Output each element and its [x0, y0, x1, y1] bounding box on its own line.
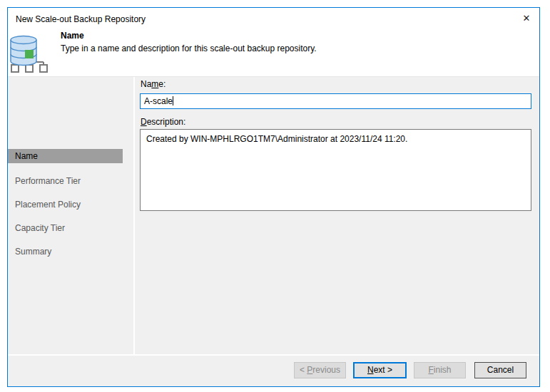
sidebar-item-performance-tier[interactable]: Performance Tier [8, 174, 123, 188]
window-title: New Scale-out Backup Repository [16, 14, 146, 24]
scale-out-repository-icon [10, 35, 49, 73]
sidebar-content-divider [133, 77, 135, 354]
wizard-steps-sidebar: Name Performance Tier Placement Policy C… [8, 77, 133, 386]
description-textarea[interactable]: Created by WIN-MPHLRGO1TM7\Administrator… [140, 129, 531, 211]
sidebar-item-summary[interactable]: Summary [8, 244, 123, 259]
description-label: Description: [141, 117, 185, 127]
text-caret [173, 96, 173, 105]
name-input-value: A-scale [144, 96, 173, 106]
previous-button[interactable]: < Previous [294, 362, 346, 378]
description-value: Created by WIN-MPHLRGO1TM7\Administrator… [146, 134, 407, 144]
step-description: Type in a name and description for this … [61, 43, 317, 53]
sidebar-item-placement-policy[interactable]: Placement Policy [8, 197, 123, 212]
name-input[interactable]: A-scale [140, 93, 531, 109]
close-icon[interactable]: ✕ [519, 11, 534, 26]
step-title: Name [61, 31, 84, 41]
finish-button[interactable]: Finish [414, 362, 466, 378]
sidebar-item-name[interactable]: Name [8, 149, 123, 163]
next-button[interactable]: Next > [353, 362, 407, 378]
name-label: Name: [141, 79, 165, 89]
new-scale-out-backup-repository-dialog: New Scale-out Backup Repository ✕ Name T… [7, 7, 540, 387]
cancel-button[interactable]: Cancel [474, 362, 526, 378]
wizard-header: Name Type in a name and description for … [8, 29, 539, 77]
footer-separator [8, 354, 539, 356]
sidebar-item-capacity-tier[interactable]: Capacity Tier [8, 221, 123, 235]
titlebar: New Scale-out Backup Repository ✕ [8, 8, 539, 29]
